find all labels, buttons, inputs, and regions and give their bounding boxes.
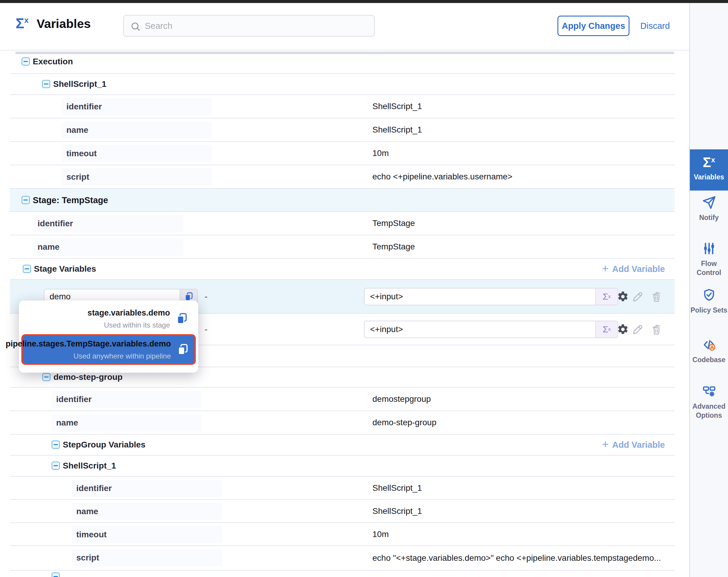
collapse-minus-icon[interactable]: [52, 573, 60, 577]
sigma-x-icon: Σx: [16, 16, 28, 31]
horizontal-scrollbar[interactable]: [15, 52, 674, 54]
delete-trash-icon[interactable]: [651, 291, 662, 303]
table-row-name: nameShellScript_1: [10, 500, 675, 523]
discard-button[interactable]: Discard: [640, 16, 670, 36]
edit-pencil-icon[interactable]: [632, 291, 644, 303]
table-row-name: namedemo-step-group: [10, 411, 675, 434]
table-row-timeout: timeout10m: [10, 523, 675, 546]
plus-icon: +: [602, 262, 608, 274]
tree-section-label: StepGroup Variables: [63, 440, 145, 450]
shield-check-icon: [702, 288, 716, 302]
key-field[interactable]: identifier: [72, 480, 222, 497]
collapse-minus-icon[interactable]: [42, 80, 50, 88]
value-text: 10m: [372, 148, 389, 158]
tree-section-label: Stage Variables: [34, 264, 96, 274]
variable-value-text: <+input>: [365, 288, 595, 305]
search-input[interactable]: Search: [123, 15, 375, 37]
table-row-ShellScript_1: ShellScript_1: [10, 74, 675, 95]
sidebar-tab-flow-control[interactable]: Flow Control: [690, 241, 728, 277]
key-field[interactable]: script: [72, 549, 222, 567]
collapse-minus-icon[interactable]: [52, 441, 60, 449]
add-variable-label: Add Variable: [612, 264, 665, 274]
popup-item-stage-scope[interactable]: stage.variables.demo Used within its sta…: [24, 305, 193, 332]
sidebar-tab-notify[interactable]: Notify: [690, 195, 728, 222]
flow-gear-icon: [702, 384, 716, 399]
expression-sigma-chip[interactable]: Σx: [595, 321, 618, 337]
copy-icon[interactable]: [175, 312, 189, 325]
edit-pencil-icon[interactable]: [632, 323, 644, 335]
table-row-name: nameShellScript_1: [10, 118, 675, 142]
expression-sigma-chip[interactable]: Σx: [595, 288, 618, 305]
sliders-icon: [702, 241, 716, 256]
popup-item-pipeline-scope[interactable]: pipeline.stages.TempStage.variables.demo…: [21, 334, 196, 365]
table-row-script: scriptecho <+pipeline.variables.username…: [10, 165, 675, 189]
sidebar-tab-variables[interactable]: Σx Variables: [690, 149, 728, 191]
key-label: name: [37, 242, 59, 252]
variable-path-popup: stage.variables.demo Used within its sta…: [19, 301, 198, 373]
sidebar-tab-policy-sets[interactable]: Policy Sets: [690, 288, 728, 315]
key-field[interactable]: identifier: [33, 215, 183, 232]
required-dash: -: [205, 324, 208, 334]
collapse-minus-icon[interactable]: [42, 373, 50, 381]
table-row-identifier: identifierdemostepgroup: [10, 388, 675, 411]
key-label: timeout: [76, 530, 107, 540]
table-row-Stage: TempStage: Stage: TempStage: [10, 189, 675, 212]
value-text: demostepgroup: [372, 394, 431, 404]
collapse-minus-icon[interactable]: [23, 265, 31, 273]
variable-value-input[interactable]: <+input>Σx: [364, 288, 618, 305]
table-row-StepGroup Variables: StepGroup Variables+Add Variable: [10, 434, 675, 456]
collapse-minus-icon[interactable]: [22, 57, 30, 66]
table-row-identifier: identifierTempStage: [10, 212, 675, 235]
key-label: identifier: [37, 219, 73, 228]
popup-item-path: stage.variables.demo: [87, 308, 170, 318]
sigma-x-icon: Σx: [703, 155, 715, 169]
value-text: TempStage: [372, 219, 415, 228]
variable-value-input[interactable]: <+input>Σx: [364, 321, 618, 338]
tree-section-label: ShellScript_1: [53, 79, 106, 89]
plus-icon: +: [602, 438, 608, 450]
add-variable-button[interactable]: +Add Variable: [602, 440, 665, 450]
key-field[interactable]: timeout: [62, 145, 212, 162]
send-icon: [702, 195, 716, 210]
table-row-identifier: identifierShellScript_1: [10, 477, 675, 500]
key-field[interactable]: name: [52, 414, 202, 431]
value-text: echo "<+stage.variables.demo>" echo <+pi…: [372, 553, 661, 563]
settings-gear-icon[interactable]: [617, 323, 629, 335]
key-label: identifier: [56, 395, 92, 404]
tree-section-label: Execution: [33, 57, 73, 67]
popup-item-path: pipeline.stages.TempStage.variables.demo: [6, 339, 171, 349]
table-row-timeout: timeout10m: [10, 142, 675, 165]
key-field[interactable]: identifier: [62, 98, 212, 116]
key-field[interactable]: script: [62, 168, 212, 186]
code-warning-icon: [702, 337, 716, 352]
key-label: script: [67, 172, 89, 182]
key-field[interactable]: name: [62, 121, 212, 139]
key-field[interactable]: identifier: [52, 391, 202, 408]
key-field[interactable]: timeout: [72, 526, 222, 543]
collapse-minus-icon[interactable]: [52, 461, 60, 470]
copy-icon[interactable]: [176, 343, 189, 356]
table-row-script: scriptecho "<+stage.variables.demo>" ech…: [10, 546, 675, 571]
add-variable-button[interactable]: +Add Variable: [602, 264, 665, 274]
delete-trash-icon[interactable]: [651, 323, 662, 335]
popup-item-scope-hint: Used anywhere within pipeline: [74, 352, 171, 360]
page-title: Variables: [37, 17, 91, 31]
value-text: ShellScript_1: [372, 102, 422, 111]
value-text: demo-step-group: [372, 418, 436, 427]
table-row-stub: [10, 571, 675, 577]
table-row-name: nameTempStage: [10, 235, 675, 259]
table-row-Stage Variables: Stage Variables+Add Variable: [10, 259, 675, 280]
value-text: TempStage: [372, 242, 415, 252]
collapse-minus-icon[interactable]: [22, 196, 30, 204]
page-header: Σx Variables Search Apply Changes Discar…: [0, 3, 690, 50]
apply-changes-button[interactable]: Apply Changes: [557, 16, 629, 36]
sidebar-tab-codebase[interactable]: Codebase: [690, 337, 728, 365]
copy-icon: [184, 292, 194, 302]
settings-gear-icon[interactable]: [617, 291, 629, 303]
key-field[interactable]: name: [72, 503, 222, 520]
variable-value-text: <+input>: [365, 321, 595, 337]
sidebar-tab-advanced-options[interactable]: Advanced Options: [690, 384, 728, 420]
popup-item-scope-hint: Used within its stage: [104, 321, 170, 329]
add-variable-label: Add Variable: [612, 440, 665, 450]
key-field[interactable]: name: [33, 238, 183, 256]
